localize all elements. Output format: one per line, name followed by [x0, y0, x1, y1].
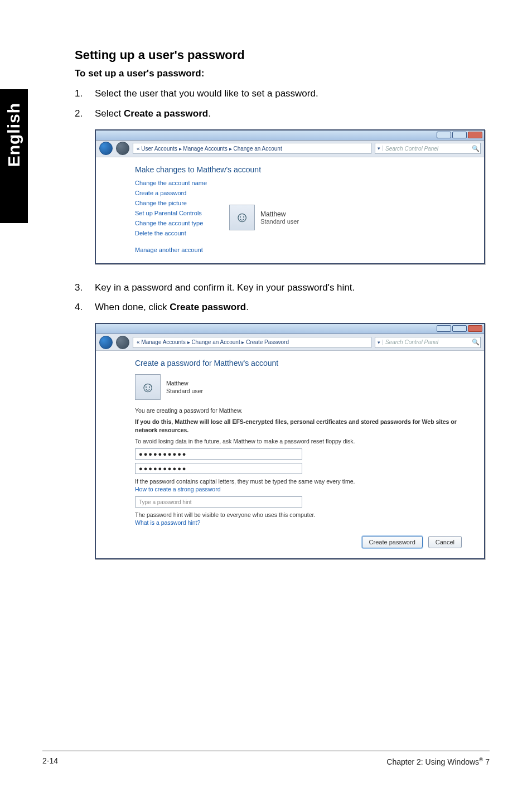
- page-content: Setting up a user's password To set up a…: [75, 48, 499, 576]
- link-what-is-hint[interactable]: What is a password hint?: [135, 519, 473, 526]
- user-name: Matthew: [166, 379, 203, 387]
- step-text: Select Create a password.: [95, 107, 211, 120]
- back-button[interactable]: [99, 142, 113, 155]
- page-number: 2-14: [42, 756, 58, 766]
- step-number: 1.: [75, 87, 95, 100]
- user-type: Standard user: [166, 387, 203, 395]
- window-controls: [437, 325, 482, 332]
- forward-button[interactable]: [116, 336, 129, 349]
- search-icon[interactable]: 🔍: [471, 145, 480, 152]
- user-meta: Matthew Standard user: [166, 379, 203, 395]
- refresh-icon[interactable]: ▾: [375, 340, 383, 345]
- search-input[interactable]: ▾ Search Control Panel 🔍: [375, 337, 481, 348]
- window-controls: [437, 132, 482, 138]
- warning-line: If you do this, Matthew will lose all EF…: [135, 418, 473, 433]
- step-text: When done, click Create password.: [95, 301, 249, 314]
- page-footer: 2-14 Chapter 2: Using Windows® 7: [0, 756, 532, 766]
- info-line: If the password contains capital letters…: [135, 477, 473, 485]
- confirm-password-field[interactable]: ●●●●●●●●●●: [135, 463, 302, 474]
- link-manage-another-account[interactable]: Manage another account: [135, 247, 207, 253]
- info-line: You are creating a password for Matthew.: [135, 407, 473, 414]
- footer-rule: [42, 751, 490, 751]
- refresh-icon[interactable]: ▾: [375, 146, 383, 151]
- search-icon[interactable]: 🔍: [471, 339, 480, 346]
- step-number: 3.: [75, 281, 95, 294]
- user-card: ☺ Matthew Standard user: [229, 182, 299, 253]
- button-row: Create password Cancel: [135, 536, 473, 548]
- step-number: 4.: [75, 301, 95, 314]
- window-titlebar: [96, 324, 484, 334]
- forward-button[interactable]: [116, 142, 129, 155]
- language-tab-label: English: [4, 103, 23, 167]
- chapter-label: Chapter 2: Using Windows® 7: [386, 756, 490, 766]
- info-line: The password hint will be visible to eve…: [135, 511, 473, 519]
- address-bar: « Manage Accounts ▸ Change an Account ▸ …: [96, 334, 484, 351]
- panel-heading: Make changes to Matthew's account: [135, 165, 473, 174]
- account-task-list: Change the account name Create a passwor…: [135, 180, 207, 253]
- cancel-button[interactable]: Cancel: [428, 536, 462, 548]
- screenshot-create-password: « Manage Accounts ▸ Change an Account ▸ …: [95, 323, 485, 559]
- password-hint-field[interactable]: Type a password hint: [135, 496, 302, 508]
- link-change-account-type[interactable]: Change the account type: [135, 220, 207, 226]
- section-subheading: To set up a user's password:: [75, 68, 499, 79]
- step-2: 2. Select Create a password.: [75, 107, 499, 120]
- search-placeholder: Search Control Panel: [383, 339, 471, 345]
- info-line: To avoid losing data in the future, ask …: [135, 437, 473, 445]
- step-text: Key in a password and confirm it. Key in…: [95, 281, 355, 294]
- user-meta: Matthew Standard user: [260, 210, 299, 225]
- panel-body: Create a password for Matthew's account …: [96, 351, 484, 558]
- section-heading: Setting up a user's password: [75, 48, 499, 62]
- link-strong-password[interactable]: How to create a strong password: [135, 485, 473, 493]
- search-placeholder: Search Control Panel: [383, 146, 471, 152]
- create-password-button[interactable]: Create password: [362, 536, 423, 548]
- user-type: Standard user: [260, 218, 299, 225]
- search-input[interactable]: ▾ Search Control Panel 🔍: [375, 143, 481, 154]
- link-change-account-name[interactable]: Change the account name: [135, 180, 207, 186]
- maximize-button[interactable]: [452, 132, 467, 138]
- minimize-button[interactable]: [437, 325, 451, 332]
- step-number: 2.: [75, 107, 95, 120]
- avatar: ☺: [229, 205, 255, 230]
- link-change-picture[interactable]: Change the picture: [135, 200, 207, 206]
- back-button[interactable]: [99, 336, 113, 349]
- link-parental-controls[interactable]: Set up Parental Controls: [135, 210, 207, 216]
- new-password-field[interactable]: ●●●●●●●●●●: [135, 448, 302, 460]
- close-button[interactable]: [468, 325, 482, 332]
- breadcrumb[interactable]: « User Accounts ▸ Manage Accounts ▸ Chan…: [133, 143, 371, 154]
- step-3: 3. Key in a password and confirm it. Key…: [75, 281, 499, 294]
- user-card: ☺ Matthew Standard user: [135, 374, 473, 400]
- breadcrumb[interactable]: « Manage Accounts ▸ Change an Account ▸ …: [133, 337, 371, 348]
- address-bar: « User Accounts ▸ Manage Accounts ▸ Chan…: [96, 141, 484, 157]
- step-1: 1. Select the user that you would like t…: [75, 87, 499, 100]
- step-text: Select the user that you would like to s…: [95, 87, 318, 100]
- link-create-password[interactable]: Create a password: [135, 190, 207, 196]
- user-name: Matthew: [260, 210, 299, 218]
- maximize-button[interactable]: [452, 325, 467, 332]
- minimize-button[interactable]: [437, 132, 451, 138]
- window-titlebar: [96, 131, 484, 141]
- screenshot-change-account: « User Accounts ▸ Manage Accounts ▸ Chan…: [95, 129, 485, 264]
- step-4: 4. When done, click Create password.: [75, 301, 499, 314]
- close-button[interactable]: [468, 132, 482, 138]
- language-tab: English: [0, 89, 28, 223]
- panel-heading: Create a password for Matthew's account: [135, 359, 473, 368]
- avatar: ☺: [135, 374, 161, 400]
- panel-body: Make changes to Matthew's account Change…: [96, 157, 484, 263]
- link-delete-account[interactable]: Delete the account: [135, 230, 207, 236]
